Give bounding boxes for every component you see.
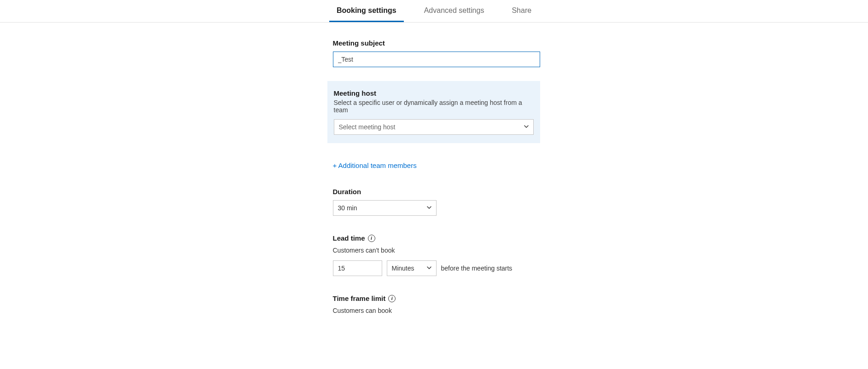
- settings-tabs: Booking settings Advanced settings Share: [0, 0, 868, 23]
- tab-advanced-settings[interactable]: Advanced settings: [417, 0, 492, 22]
- meeting-host-select-wrap: Select meeting host: [334, 119, 534, 135]
- meeting-host-select[interactable]: Select meeting host: [334, 119, 534, 135]
- time-frame-pretext: Customers can book: [333, 307, 540, 314]
- meeting-host-label: Meeting host: [334, 89, 534, 97]
- add-team-members-link[interactable]: + Additional team members: [333, 161, 417, 169]
- lead-time-row: Minutes before the meeting starts: [333, 260, 540, 276]
- lead-time-label-text: Lead time: [333, 234, 365, 242]
- lead-time-posttext: before the meeting starts: [441, 265, 513, 272]
- lead-time-unit-select[interactable]: Minutes: [387, 260, 437, 276]
- time-frame-section: Time frame limit i Customers can book: [333, 294, 540, 314]
- form-content: Meeting subject Meeting host Select a sp…: [328, 23, 540, 314]
- lead-time-unit-wrap: Minutes: [387, 260, 437, 276]
- time-frame-label-text: Time frame limit: [333, 294, 386, 302]
- lead-time-value-input[interactable]: [333, 260, 382, 276]
- time-frame-label: Time frame limit i: [333, 294, 540, 302]
- tab-booking-settings[interactable]: Booking settings: [329, 0, 404, 22]
- meeting-subject-input[interactable]: [333, 52, 540, 67]
- meeting-subject-section: Meeting subject: [333, 39, 540, 67]
- info-icon[interactable]: i: [368, 235, 375, 242]
- lead-time-section: Lead time i Customers can't book Minutes…: [333, 234, 540, 276]
- info-icon[interactable]: i: [388, 295, 396, 302]
- duration-select-wrap: 30 min: [333, 200, 437, 216]
- meeting-host-section: Meeting host Select a specific user or d…: [327, 81, 540, 143]
- tab-share[interactable]: Share: [504, 0, 539, 22]
- meeting-host-description: Select a specific user or dynamically as…: [334, 99, 534, 114]
- duration-label: Duration: [333, 188, 540, 196]
- meeting-subject-label: Meeting subject: [333, 39, 540, 47]
- duration-section: Duration 30 min: [333, 188, 540, 216]
- duration-select[interactable]: 30 min: [333, 200, 437, 216]
- lead-time-pretext: Customers can't book: [333, 247, 540, 254]
- lead-time-label: Lead time i: [333, 234, 540, 242]
